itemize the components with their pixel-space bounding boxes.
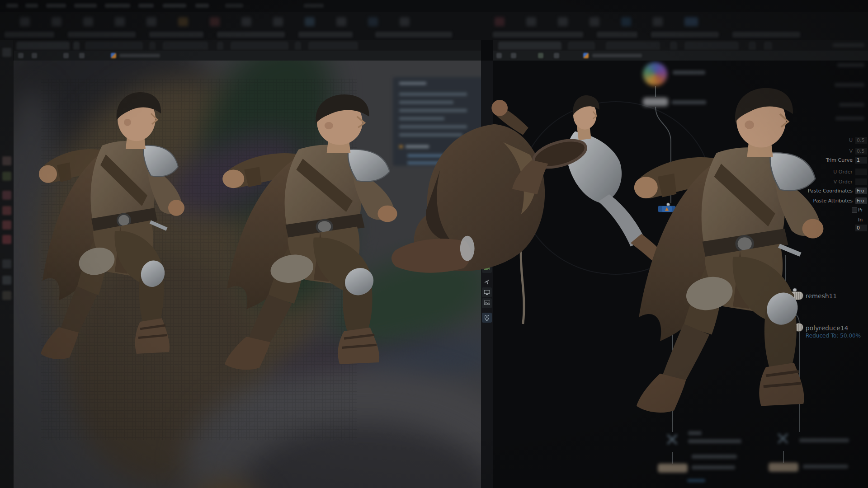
shelf-tab[interactable] xyxy=(298,32,353,38)
left-toolbar[interactable] xyxy=(0,40,14,488)
out-node-blurred[interactable] xyxy=(658,464,688,473)
param-field[interactable]: 0 xyxy=(855,225,867,231)
tool-icon[interactable] xyxy=(2,259,11,268)
nav-icon[interactable] xyxy=(79,53,85,58)
shelf-tool-icon[interactable] xyxy=(684,17,698,26)
menu-item[interactable] xyxy=(138,4,154,8)
param-label: V Order xyxy=(834,179,853,185)
menu-item[interactable] xyxy=(46,4,66,8)
shelf-tool-icon[interactable] xyxy=(178,17,188,26)
pane-tab[interactable] xyxy=(498,42,561,50)
pane-tab[interactable] xyxy=(670,42,677,50)
nav-icon[interactable] xyxy=(554,53,559,58)
shelf-tool-icon[interactable] xyxy=(558,17,568,26)
menu-item[interactable] xyxy=(105,4,130,8)
node-label-blurred xyxy=(692,465,735,469)
menu-bar[interactable] xyxy=(0,0,868,12)
shelf-tab[interactable] xyxy=(651,32,719,38)
menu-item[interactable] xyxy=(163,4,186,8)
shelf-tool-icon[interactable] xyxy=(495,17,505,26)
shelf-tab[interactable] xyxy=(5,32,54,38)
param-row-blurred xyxy=(835,117,864,120)
pane-tab[interactable] xyxy=(16,42,70,50)
pane-tab[interactable] xyxy=(568,42,595,50)
shelf-tool-icon[interactable] xyxy=(146,17,156,26)
shelf-tool-icon[interactable] xyxy=(115,17,125,26)
shelf-toolbar[interactable] xyxy=(0,12,868,40)
shelf-tool-icon[interactable] xyxy=(52,17,61,26)
shelf-tool-icon[interactable] xyxy=(590,17,599,26)
shelf-tool-icon[interactable] xyxy=(210,17,220,26)
snap-magnet-icon[interactable] xyxy=(2,206,11,215)
shelf-tool-icon[interactable] xyxy=(621,17,631,26)
pane-tab[interactable] xyxy=(764,42,772,50)
param-field[interactable]: 1 xyxy=(855,157,867,164)
param-checkbox[interactable] xyxy=(852,207,857,213)
shelf-tool-icon[interactable] xyxy=(400,17,410,26)
keyframe-tool-icon[interactable] xyxy=(2,191,11,200)
shelf-tool-icon[interactable] xyxy=(336,17,346,26)
shelf-tool-icon[interactable] xyxy=(83,17,93,26)
menu-item[interactable] xyxy=(6,4,18,8)
param-dropdown[interactable]: Fro xyxy=(855,197,867,204)
pane-tab[interactable] xyxy=(217,42,223,50)
out-node-blurred[interactable] xyxy=(769,463,798,472)
param-dropdown[interactable]: Fro xyxy=(855,188,867,194)
shelf-tab[interactable] xyxy=(493,32,583,38)
shelf-tool-icon[interactable] xyxy=(20,17,30,26)
right-pane-pathbar[interactable] xyxy=(493,51,868,61)
move-tool-icon[interactable] xyxy=(2,156,11,165)
path-text[interactable] xyxy=(119,54,160,57)
pane-tab[interactable] xyxy=(606,42,660,50)
param-field[interactable] xyxy=(855,178,867,185)
snap-magnet-icon[interactable] xyxy=(2,235,11,244)
material-tool-icon[interactable] xyxy=(2,291,11,300)
menu-item[interactable] xyxy=(304,4,324,8)
nav-icon[interactable] xyxy=(511,53,516,58)
shelf-tab[interactable] xyxy=(68,32,136,38)
shelf-tab[interactable] xyxy=(375,32,452,38)
menu-item[interactable] xyxy=(25,4,38,8)
tool-icon[interactable] xyxy=(2,48,11,57)
snap-magnet-icon[interactable] xyxy=(2,221,11,230)
menu-item[interactable] xyxy=(225,4,243,8)
character-runner-center xyxy=(192,93,409,395)
pane-tab[interactable] xyxy=(684,42,739,50)
param-field[interactable]: 0.5 xyxy=(855,137,867,144)
shelf-tool-icon[interactable] xyxy=(653,17,663,26)
pane-tab[interactable] xyxy=(73,42,80,50)
geometry-node-blurred[interactable] xyxy=(643,62,667,86)
menu-item[interactable] xyxy=(195,4,209,8)
left-pane-pathbar[interactable] xyxy=(14,51,481,61)
pane-tab[interactable] xyxy=(163,42,208,50)
shelf-tab[interactable] xyxy=(149,32,203,38)
shelf-tab[interactable] xyxy=(732,32,800,38)
shelf-tool-icon[interactable] xyxy=(368,17,378,26)
pane-tab[interactable] xyxy=(308,42,358,50)
node-type-icon xyxy=(583,53,589,58)
left-pane-tabs[interactable] xyxy=(14,40,481,51)
pane-tab[interactable] xyxy=(149,42,156,50)
shelf-tool-icon[interactable] xyxy=(305,17,315,26)
shelf-tab[interactable] xyxy=(597,32,637,38)
shelf-tool-icon[interactable] xyxy=(273,17,283,26)
param-field[interactable]: 0.5 xyxy=(855,148,867,155)
pin-icon[interactable] xyxy=(496,53,502,58)
render-region-icon[interactable] xyxy=(2,276,11,285)
shelf-tool-icon[interactable] xyxy=(241,17,251,26)
nav-icon[interactable] xyxy=(32,53,37,58)
right-pane-tabs[interactable] xyxy=(493,40,868,51)
pane-tab[interactable] xyxy=(295,42,301,50)
nav-icon[interactable] xyxy=(538,53,543,58)
shelf-tab[interactable] xyxy=(217,32,285,38)
pane-tab[interactable] xyxy=(231,42,288,50)
nav-icon[interactable] xyxy=(63,53,69,58)
param-field[interactable] xyxy=(855,169,867,175)
pose-tool-icon[interactable] xyxy=(2,172,11,181)
path-text[interactable] xyxy=(592,54,642,57)
shelf-tool-icon[interactable] xyxy=(526,17,536,26)
pane-tab[interactable] xyxy=(749,42,756,50)
pane-tab[interactable] xyxy=(85,42,143,50)
menu-item[interactable] xyxy=(74,4,97,8)
pin-icon[interactable] xyxy=(18,53,24,58)
